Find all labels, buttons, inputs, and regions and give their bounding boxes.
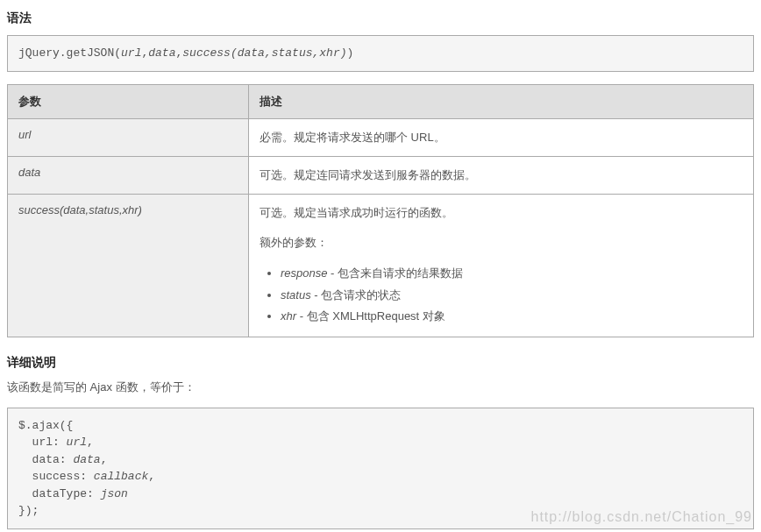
param-desc-cell: 可选。规定当请求成功时运行的函数。 额外的参数： response - 包含来自… bbox=[249, 194, 754, 337]
details-intro: 该函数是简写的 Ajax 函数，等价于： bbox=[7, 379, 754, 395]
list-item: xhr - 包含 XMLHttpRequest 对象 bbox=[281, 306, 743, 328]
param-desc-cell: 必需。规定将请求发送的哪个 URL。 bbox=[249, 118, 754, 156]
param-name-cell: data bbox=[8, 156, 249, 194]
list-item: status - 包含请求的状态 bbox=[281, 285, 743, 307]
param-keyword: status bbox=[281, 288, 311, 301]
param-tail: - 包含来自请求的结果数据 bbox=[327, 266, 463, 280]
param-desc-cell: 可选。规定连同请求发送到服务器的数据。 bbox=[249, 156, 754, 194]
param-keyword: response bbox=[281, 266, 327, 280]
table-row: success(data,status,xhr) 可选。规定当请求成功时运行的函… bbox=[8, 194, 754, 337]
param-tail: - 包含请求的状态 bbox=[311, 288, 402, 301]
table-row: data 可选。规定连同请求发送到服务器的数据。 bbox=[8, 156, 754, 194]
param-keyword: xhr bbox=[281, 309, 296, 323]
desc-line: 额外的参数： bbox=[260, 233, 743, 252]
param-name-cell: success(data,status,xhr) bbox=[8, 194, 249, 337]
param-tail: - 包含 XMLHttpRequest 对象 bbox=[296, 309, 445, 323]
parameters-table: 参数 描述 url 必需。规定将请求发送的哪个 URL。 data 可选。规定连… bbox=[7, 84, 754, 337]
syntax-heading: 语法 bbox=[7, 11, 754, 26]
extra-params-list: response - 包含来自请求的结果数据 status - 包含请求的状态 … bbox=[260, 263, 743, 328]
table-header-row: 参数 描述 bbox=[8, 84, 754, 118]
details-heading: 详细说明 bbox=[7, 355, 754, 371]
desc-line: 可选。规定当请求成功时运行的函数。 bbox=[260, 203, 743, 223]
list-item: response - 包含来自请求的结果数据 bbox=[281, 263, 743, 285]
ajax-code-block: $.ajax({ url: url, data: data, success: … bbox=[7, 408, 754, 529]
param-name-cell: url bbox=[8, 118, 249, 156]
col-header-desc: 描述 bbox=[249, 84, 754, 118]
syntax-code-block: jQuery.getJSON(url,data,success(data,sta… bbox=[7, 35, 754, 72]
table-row: url 必需。规定将请求发送的哪个 URL。 bbox=[8, 118, 754, 156]
col-header-param: 参数 bbox=[8, 84, 249, 118]
